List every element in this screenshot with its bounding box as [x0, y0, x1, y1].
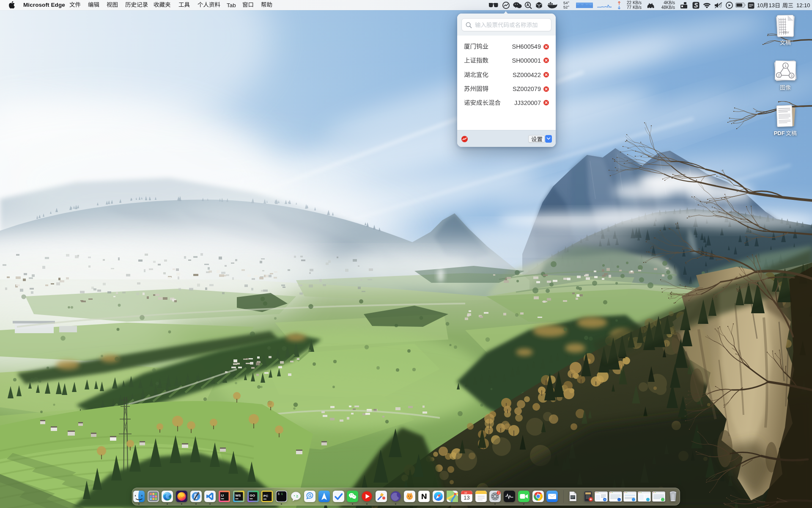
svg-text:CSV: CSV [783, 31, 789, 34]
svg-text:$ 1: $ 1 [278, 493, 283, 496]
svg-text:13: 13 [464, 494, 469, 501]
svg-text:GO: GO [250, 494, 255, 497]
svg-text:IJ: IJ [221, 494, 224, 497]
svg-text:PC: PC [263, 494, 268, 498]
svg-text:10: 10 [464, 491, 467, 494]
svg-text:WS: WS [235, 494, 241, 497]
svg-text:1: 1 [498, 491, 500, 494]
